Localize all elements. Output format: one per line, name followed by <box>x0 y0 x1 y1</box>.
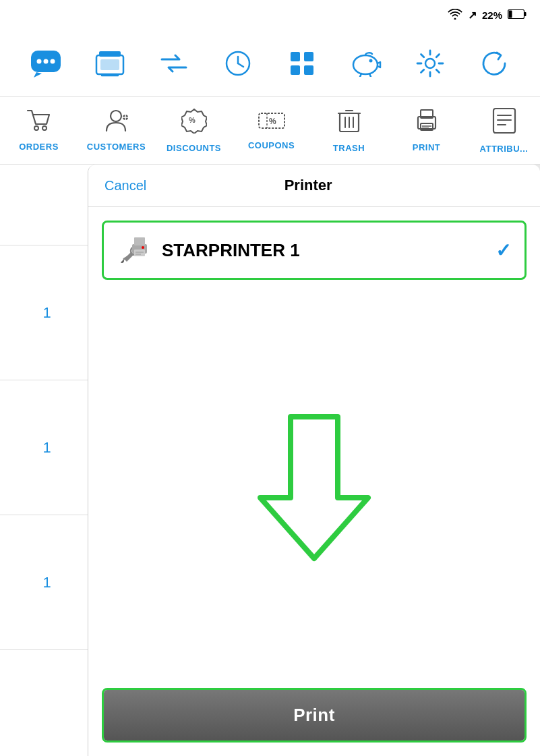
grid-icon[interactable] <box>282 43 322 84</box>
svg-point-4 <box>36 59 41 63</box>
nav-item-discounts[interactable]: % DISCOUNTS <box>155 97 233 164</box>
svg-point-53 <box>142 246 144 249</box>
nav-item-trash[interactable]: TRASH <box>310 97 388 164</box>
print-nav-icon <box>414 109 440 138</box>
table-row: 1 <box>0 380 94 515</box>
clock-icon[interactable] <box>218 43 258 84</box>
svg-rect-16 <box>291 65 300 75</box>
discounts-label: DISCOUNTS <box>167 143 221 153</box>
coupons-label: COUPONS <box>248 140 295 150</box>
attributes-label: ATTRIBU... <box>480 144 529 154</box>
status-bar: ↗ 22% <box>0 0 540 30</box>
status-icons: ↗ 22% <box>448 9 527 22</box>
nav-item-print[interactable]: PRINT <box>388 97 465 164</box>
printer-selected-checkmark: ✓ <box>496 239 511 262</box>
cancel-button[interactable]: Cancel <box>104 178 146 194</box>
svg-point-24 <box>42 126 47 130</box>
discounts-icon: % <box>181 108 207 139</box>
printer-name: STARPRINTER 1 <box>162 240 485 261</box>
battery-icon <box>508 9 527 21</box>
chat-icon[interactable] <box>26 43 66 84</box>
coupons-icon: % <box>258 111 286 136</box>
printer-item[interactable]: STARPRINTER 1 ✓ <box>102 221 527 280</box>
trash-icon <box>338 108 361 139</box>
printer-icon <box>117 233 151 267</box>
print-label: PRINT <box>413 142 441 152</box>
location-icon: ↗ <box>468 9 477 22</box>
main-content: 1 1 1 Cancel Printer <box>0 165 540 756</box>
svg-line-13 <box>238 63 243 67</box>
customers-label: CUSTOMERS <box>87 142 146 152</box>
svg-rect-15 <box>304 52 313 61</box>
piggy-bank-icon[interactable] <box>346 43 386 84</box>
print-button[interactable]: Print <box>104 690 524 740</box>
nav-item-orders[interactable]: ORDERS <box>0 97 78 164</box>
modal-header: Cancel Printer <box>88 165 540 207</box>
svg-rect-17 <box>304 65 313 75</box>
table-row: 1 <box>0 245 94 380</box>
svg-point-18 <box>353 55 378 74</box>
customers-icon <box>104 109 129 138</box>
svg-point-5 <box>43 59 48 63</box>
wifi-icon <box>448 9 462 22</box>
nav-item-customers[interactable]: CUSTOMERS <box>78 97 155 164</box>
cart-icon <box>26 109 52 138</box>
print-button-container: Print <box>102 688 527 743</box>
orders-label: ORDERS <box>19 142 59 152</box>
printer-modal: Cancel Printer <box>88 165 540 756</box>
svg-text:%: % <box>189 116 196 124</box>
table-row: 1 <box>0 515 94 650</box>
svg-point-25 <box>111 111 121 121</box>
svg-rect-49 <box>134 237 145 245</box>
svg-rect-9 <box>99 51 121 57</box>
svg-point-6 <box>50 59 55 63</box>
svg-rect-50 <box>134 250 145 256</box>
settings-icon[interactable] <box>410 43 450 84</box>
nav-item-attributes[interactable]: ATTRIBU... <box>465 97 540 164</box>
svg-point-23 <box>34 126 38 130</box>
nav-toolbar: ORDERS CUSTOMERS % DISCOUNTS <box>0 97 540 165</box>
svg-rect-14 <box>291 52 300 61</box>
table-row <box>0 165 94 245</box>
svg-rect-1 <box>524 12 527 16</box>
svg-point-22 <box>425 59 435 68</box>
attributes-icon <box>492 107 516 140</box>
top-toolbar <box>0 30 540 97</box>
download-arrow-icon <box>240 410 388 572</box>
background-table: 1 1 1 <box>0 165 94 756</box>
nav-item-coupons[interactable]: % COUPONS <box>233 97 310 164</box>
refresh-icon[interactable] <box>474 43 514 84</box>
register-icon[interactable] <box>90 43 130 84</box>
modal-title: Printer <box>284 177 332 194</box>
battery-percent: 22% <box>482 9 502 21</box>
trash-label: TRASH <box>333 143 365 153</box>
transfer-icon[interactable] <box>154 43 194 84</box>
svg-rect-2 <box>509 10 512 18</box>
svg-text:%: % <box>269 117 276 126</box>
svg-point-19 <box>369 59 373 62</box>
svg-rect-8 <box>100 59 119 70</box>
arrow-area <box>88 293 540 688</box>
